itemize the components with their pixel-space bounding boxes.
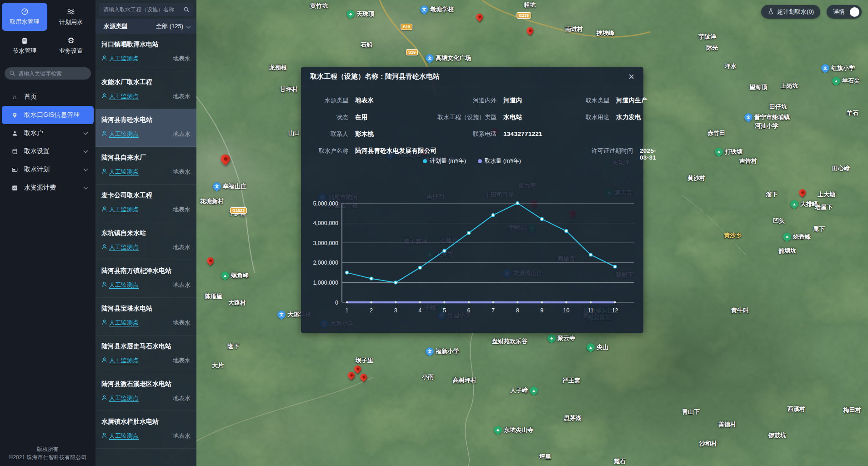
list-item[interactable]: 陆河县自来水厂 人工监测点 地表水 bbox=[95, 147, 196, 185]
person-icon bbox=[101, 206, 107, 213]
chevron-down-icon bbox=[84, 185, 88, 190]
monitor-type-tag: 人工监测点 bbox=[101, 281, 139, 289]
field-label: 河道内外 bbox=[427, 96, 497, 105]
monitor-type-tag: 人工监测点 bbox=[101, 394, 139, 402]
flask-icon bbox=[768, 8, 774, 16]
sidebar-menu-item[interactable]: 取水计划 bbox=[0, 160, 95, 179]
user-icon bbox=[11, 130, 18, 136]
water-source-type: 地表水 bbox=[173, 243, 191, 251]
map-label: ♣烧香峰 bbox=[783, 233, 811, 241]
sidebar-menu-item[interactable]: ⌂首页 bbox=[0, 88, 95, 106]
map-label: 田心嶂 bbox=[832, 165, 850, 173]
red-pin-marker[interactable] bbox=[353, 364, 362, 374]
map-label: 黄沙村 bbox=[687, 174, 705, 182]
map-label: 文墩塘学校 bbox=[420, 5, 454, 14]
list-item[interactable]: 陆河县水唇走马石水电站 人工监测点 地表水 bbox=[95, 336, 196, 373]
list-item[interactable]: 陆河县南万镇杞洋水电站 人工监测点 地表水 bbox=[95, 260, 196, 298]
sidebar-menu-item[interactable]: 水资源计费 bbox=[0, 179, 95, 197]
map-label: 黄牛叫 bbox=[731, 306, 749, 315]
detail-field: 水源类型地表水 bbox=[313, 96, 427, 105]
field-label: 联系电话 bbox=[427, 130, 497, 138]
svg-text:1: 1 bbox=[346, 307, 349, 314]
map-label: ♣东坑尖山寺 bbox=[494, 426, 533, 434]
list-item[interactable]: 陆河县青砼水电站 人工监测点 地表水 bbox=[95, 109, 196, 147]
intake-chart: 01,000,0002,000,0003,000,0004,000,0005,0… bbox=[304, 197, 640, 320]
red-pin-marker[interactable] bbox=[346, 371, 356, 380]
list-item[interactable]: 水唇镇水栏肚水电站 人工监测点 地表水 bbox=[95, 411, 196, 449]
search-icon[interactable] bbox=[183, 6, 190, 15]
svg-text:3: 3 bbox=[394, 307, 397, 314]
person-icon bbox=[101, 168, 107, 175]
map-label: 际光 bbox=[706, 44, 718, 52]
chevron-down-icon bbox=[84, 130, 88, 135]
detail-field: 许可证过期时间2025-03-31 bbox=[564, 147, 656, 161]
pin-icon bbox=[11, 112, 18, 118]
chevron-down-icon bbox=[84, 149, 88, 153]
red-pin-marker[interactable] bbox=[525, 26, 535, 35]
facility-search-input[interactable] bbox=[99, 3, 193, 16]
field-value: 水力发电 bbox=[616, 113, 641, 121]
water-source-type: 地表水 bbox=[173, 130, 191, 138]
monitor-type-tag: 人工监测点 bbox=[101, 205, 139, 214]
list-item[interactable]: 麦卡公司取水工程 人工监测点 地表水 bbox=[95, 185, 196, 222]
map-label: 文幸福山庄 bbox=[213, 182, 246, 190]
facility-name: 麦卡公司取水工程 bbox=[101, 191, 191, 200]
red-pin-marker[interactable] bbox=[219, 152, 232, 165]
app-module-tile[interactable]: 取用水管理 bbox=[2, 3, 47, 31]
map-label: 溜下 bbox=[766, 190, 778, 199]
sidebar-menu-item[interactable]: 取水户 bbox=[0, 124, 95, 142]
water-source-type: 地表水 bbox=[173, 92, 191, 100]
app-module-tile[interactable]: 节水管理 bbox=[2, 32, 47, 60]
home-icon: ⌂ bbox=[11, 94, 18, 100]
over-plan-intake-button[interactable]: 超计划取水(0) bbox=[761, 5, 820, 19]
plan-icon bbox=[11, 167, 18, 173]
svg-text:4,000,000: 4,000,000 bbox=[313, 220, 338, 226]
detail-field: 取水工程（设施）类型水电站 bbox=[427, 113, 564, 121]
water-source-type: 地表水 bbox=[173, 356, 191, 365]
monitor-type-tag: 人工监测点 bbox=[101, 130, 139, 138]
field-label: 许可证过期时间 bbox=[564, 147, 633, 155]
svg-text:0: 0 bbox=[335, 300, 338, 306]
red-pin-marker[interactable] bbox=[475, 12, 484, 22]
svg-text:7: 7 bbox=[492, 307, 495, 314]
list-item[interactable]: 陆河县宝塔水电站 人工监测点 地表水 bbox=[95, 298, 196, 336]
red-pin-marker[interactable] bbox=[206, 256, 215, 266]
field-value: 在用 bbox=[355, 113, 368, 121]
app-module-tile[interactable]: 计划用水 bbox=[48, 3, 94, 31]
map-label: 花塘新村 bbox=[200, 197, 224, 205]
map-label: 庵下 bbox=[813, 225, 825, 233]
source-type-filter[interactable]: 全部 (125) bbox=[156, 22, 190, 30]
map-label: 青山下 bbox=[682, 408, 700, 416]
svg-text:10: 10 bbox=[563, 307, 569, 314]
person-icon bbox=[101, 55, 107, 62]
map-label: 粗坑 bbox=[524, 1, 536, 9]
svg-text:1,000,000: 1,000,000 bbox=[313, 280, 338, 286]
temple-marker-icon: ♣ bbox=[547, 334, 556, 342]
list-item[interactable]: 东坑镇自来水站 人工监测点 地表水 bbox=[95, 222, 196, 260]
school-marker-icon: 文 bbox=[744, 113, 753, 121]
app-module-tile[interactable]: ⚙业务设置 bbox=[48, 32, 94, 60]
road-badge: G1523 bbox=[230, 207, 247, 214]
sidebar-menu-item[interactable]: 取水设置 bbox=[0, 142, 95, 160]
svg-text:8: 8 bbox=[516, 307, 519, 314]
map-label: 芋陂洋 bbox=[698, 33, 716, 41]
detail-toggle[interactable]: 详情 bbox=[827, 5, 862, 19]
red-pin-marker[interactable] bbox=[798, 188, 807, 197]
sidebar-menu-item[interactable]: 取水口GIS信息管理 bbox=[2, 106, 94, 124]
list-item[interactable]: 河口镇唱歌潭水电站 人工监测点 地表水 bbox=[95, 34, 196, 71]
db-icon bbox=[11, 149, 18, 155]
field-value: 彭木桃 bbox=[355, 130, 374, 138]
map-label: 盘财苑欢乐谷 bbox=[492, 337, 527, 346]
red-pin-marker[interactable] bbox=[359, 372, 368, 382]
keyword-search-input[interactable] bbox=[5, 67, 91, 80]
over-plan-label: 超计划取水(0) bbox=[777, 8, 814, 16]
toggle-knob[interactable] bbox=[850, 7, 859, 17]
person-icon bbox=[101, 319, 107, 326]
close-icon[interactable]: × bbox=[628, 72, 634, 82]
field-value: 河道内 bbox=[503, 96, 522, 105]
list-item[interactable]: 友能水厂取水工程 人工监测点 地表水 bbox=[95, 71, 196, 109]
map-label: 望海顶 bbox=[749, 83, 767, 91]
map-label: ▲螺角峰 bbox=[221, 271, 249, 280]
list-item[interactable]: 陆河县激石溪老区水电站 人工监测点 地表水 bbox=[95, 373, 196, 411]
map-label: 小南 bbox=[422, 373, 434, 381]
